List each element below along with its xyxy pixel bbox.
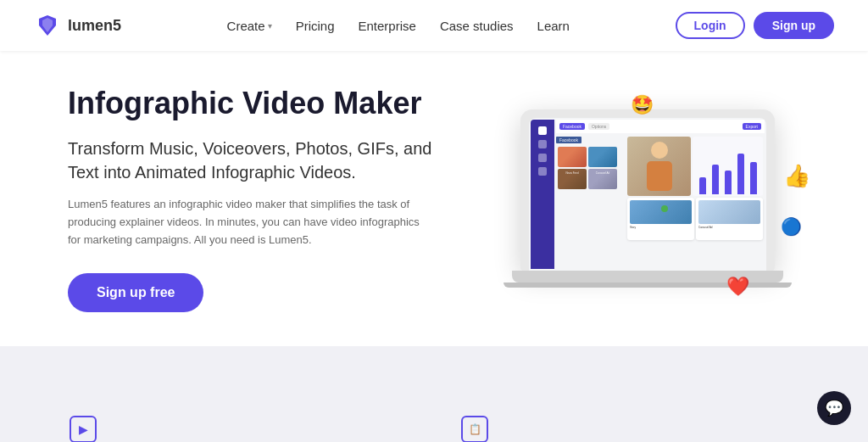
nav-link-learn[interactable]: Learn xyxy=(537,19,570,33)
chevron-down-icon: ▾ xyxy=(268,21,272,31)
thumb-3: News Feed xyxy=(558,169,587,189)
card-text-2: Carousel Ad xyxy=(698,226,760,229)
chart-bar xyxy=(699,177,706,194)
screen-tab-facebook: Facebook xyxy=(559,123,585,130)
login-button[interactable]: Login xyxy=(676,12,745,39)
screen-content: Facebook News Feed Carousel Ad xyxy=(556,135,765,269)
feature-icon-wrap-1: ▶ xyxy=(68,414,98,442)
sidebar-dot xyxy=(538,154,547,162)
section-divider xyxy=(0,346,868,380)
navbar: lumen5 Create ▾ Pricing Enterprise Case … xyxy=(0,0,868,51)
chart-bar xyxy=(750,162,757,194)
hero-illustration: 🤩 👍 ❤️ 🔵 xyxy=(512,109,800,288)
emoji-laughing: 🤩 xyxy=(631,94,654,116)
screen-right-panel: Story Carousel Ad xyxy=(626,135,765,269)
screen-main: Facebook Options Export Facebook xyxy=(556,120,765,269)
thumb-label: News Feed xyxy=(558,170,587,176)
nav-links: Create ▾ Pricing Enterprise Case studies… xyxy=(227,19,570,33)
screen-right-bottom: Story Carousel Ad xyxy=(627,198,763,240)
emoji-heart: ❤️ xyxy=(726,276,749,298)
brand-name: lumen5 xyxy=(68,17,121,35)
chart-bar xyxy=(725,171,732,194)
sidebar-dot xyxy=(538,140,547,148)
feature-file-formats: 📋 Works With All File Formats Infographi… xyxy=(459,414,800,442)
laptop-mockup: 🤩 👍 ❤️ 🔵 xyxy=(520,109,792,288)
thumb-2 xyxy=(588,147,617,167)
file-formats-icon: 📋 xyxy=(461,416,488,442)
screen-right-top xyxy=(627,137,763,196)
laptop-screen: Facebook Options Export Facebook xyxy=(529,118,766,271)
sidebar-dot xyxy=(538,126,547,135)
emoji-thumbsup: 👍 xyxy=(783,163,810,189)
hero-desc: Lumen5 features an infographic video mak… xyxy=(68,196,432,249)
features-section: ▶ Video Templates Easily create compelli… xyxy=(0,380,868,442)
hero-subtitle: Transform Music, Voiceovers, Photos, GIF… xyxy=(68,137,432,184)
screen-topbar: Facebook Options Export xyxy=(556,120,765,133)
chart-bar xyxy=(712,165,719,194)
screen-left-panel: Facebook News Feed Carousel Ad xyxy=(556,135,624,269)
screen-tab-options: Options xyxy=(588,123,609,130)
bottom-card-1: Story xyxy=(627,198,694,240)
person-svg xyxy=(638,137,681,195)
chart-bar xyxy=(737,154,744,194)
laptop-body: Facebook Options Export Facebook xyxy=(520,109,775,271)
feature-video-templates: ▶ Video Templates Easily create compelli… xyxy=(68,414,409,442)
emoji-teal: 🔵 xyxy=(781,216,802,237)
signup-button[interactable]: Sign up xyxy=(754,12,834,39)
logo[interactable]: lumen5 xyxy=(34,12,121,39)
card-img-2 xyxy=(698,200,760,224)
thumb-4: Carousel Ad xyxy=(588,169,617,189)
thumb-1 xyxy=(558,147,587,167)
file-icon: 📋 xyxy=(469,423,481,435)
nav-link-pricing[interactable]: Pricing xyxy=(296,19,335,33)
nav-link-create[interactable]: Create ▾ xyxy=(227,19,272,33)
hero-content: Infographic Video Maker Transform Music,… xyxy=(68,85,432,312)
svg-point-2 xyxy=(651,142,668,159)
card-text-1: Story xyxy=(630,226,692,229)
screen-chart xyxy=(693,137,763,196)
video-templates-icon: ▶ xyxy=(70,416,97,442)
hero-title: Infographic Video Maker xyxy=(68,85,432,121)
nav-link-enterprise[interactable]: Enterprise xyxy=(359,19,416,33)
sidebar-dot xyxy=(538,167,547,176)
svg-rect-3 xyxy=(647,161,672,191)
screen-sidebar xyxy=(531,120,554,269)
fb-label: Facebook xyxy=(556,137,581,143)
thumb-label-2: Carousel Ad xyxy=(588,170,617,176)
bottom-card-2: Carousel Ad xyxy=(696,198,763,240)
play-icon: ▶ xyxy=(79,422,88,436)
nav-link-case-studies[interactable]: Case studies xyxy=(440,19,514,33)
chat-icon: 💬 xyxy=(825,399,843,417)
card-img-1 xyxy=(630,200,692,224)
feature-icon-wrap-2: 📋 xyxy=(459,414,490,442)
chat-bubble-button[interactable]: 💬 xyxy=(817,391,851,425)
nav-actions: Login Sign up xyxy=(676,12,834,39)
hero-cta-button[interactable]: Sign up free xyxy=(68,273,203,312)
screen-export-btn: Export xyxy=(743,123,761,130)
screen-person-img xyxy=(627,137,691,196)
thumb-grid: News Feed Carousel Ad xyxy=(556,147,624,189)
hero-section: Infographic Video Maker Transform Music,… xyxy=(0,51,868,346)
lumen5-logo-icon xyxy=(34,12,61,39)
